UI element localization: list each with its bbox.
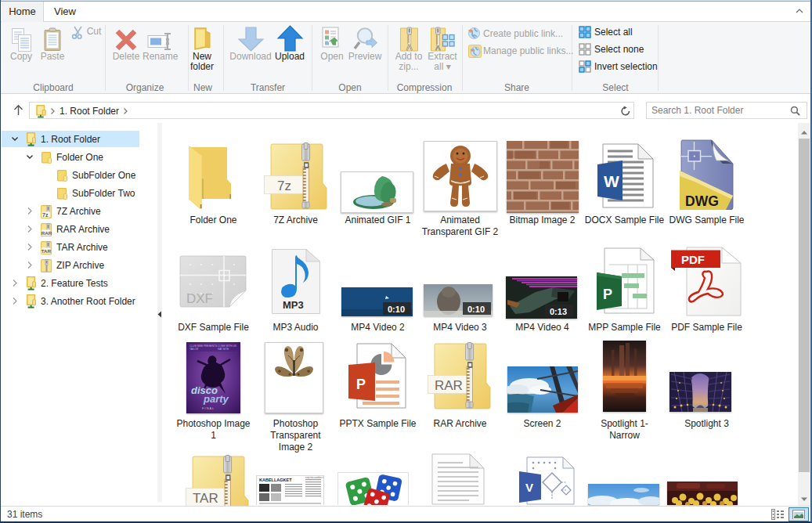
svg-text:SAT NITE: SAT NITE xyxy=(218,348,229,351)
svg-text:P: P xyxy=(356,377,366,392)
svg-text:DWG: DWG xyxy=(685,193,719,209)
svg-text:F I N A L: F I N A L xyxy=(202,406,215,410)
svg-text:TAILOR: TAILOR xyxy=(189,348,199,351)
svg-text:TAR: TAR xyxy=(193,491,218,506)
svg-text:KABELLAGKET: KABELLAGKET xyxy=(259,478,292,482)
svg-text:0:10: 0:10 xyxy=(388,305,405,314)
svg-text:party: party xyxy=(203,393,229,405)
svg-text:PDF: PDF xyxy=(681,253,705,266)
svg-text:7z: 7z xyxy=(277,179,291,193)
svg-text:P: P xyxy=(603,287,612,302)
svg-text:RAR: RAR xyxy=(435,378,463,393)
svg-text:0:10: 0:10 xyxy=(467,305,485,314)
svg-text:W: W xyxy=(604,172,619,190)
svg-text:0:13: 0:13 xyxy=(550,307,567,316)
svg-text:MP3: MP3 xyxy=(283,299,304,311)
svg-text:V: V xyxy=(525,481,533,494)
svg-text:DXF: DXF xyxy=(186,291,213,306)
svg-text:step into another text: step into another text xyxy=(305,476,323,479)
